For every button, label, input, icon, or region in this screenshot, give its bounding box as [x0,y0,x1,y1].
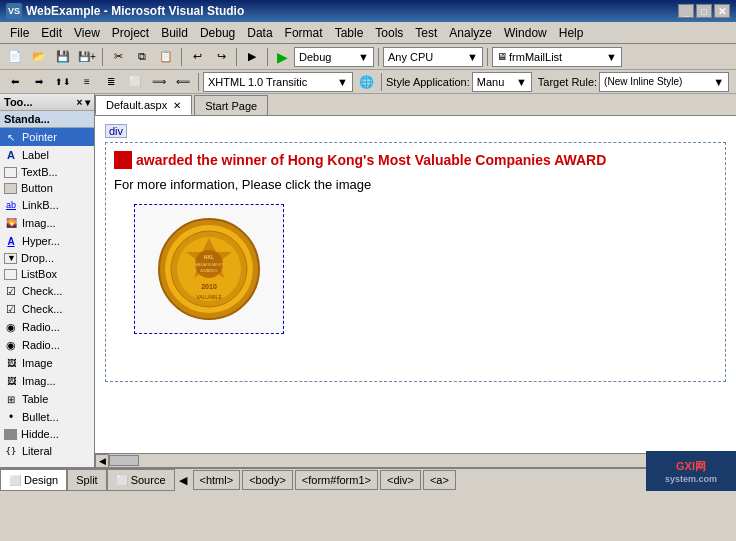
sep6 [487,48,488,66]
save-all-btn[interactable]: 💾+ [76,46,98,68]
tag-div[interactable]: <div> [380,470,421,490]
title-bar: VS WebExample - Microsoft Visual Studio … [0,0,736,22]
toolbox-item-bullet[interactable]: • Bullet... [0,408,94,426]
source-view-btn[interactable]: ⬜ Source [107,469,175,491]
target-rule-dropdown[interactable]: (New Inline Style)▼ [599,72,729,92]
menu-table[interactable]: Table [329,24,370,42]
menu-test[interactable]: Test [409,24,443,42]
menu-edit[interactable]: Edit [35,24,68,42]
menu-data[interactable]: Data [241,24,278,42]
toolbox-item-radio2[interactable]: ◉ Radio... [0,336,94,354]
toolbox-section-standard[interactable]: Standa... [0,111,94,128]
tag-form[interactable]: <form#form1> [295,470,378,490]
menu-tools[interactable]: Tools [369,24,409,42]
style-app-dropdown[interactable]: Manu▼ [472,72,532,92]
toolbox-item-dropdown[interactable]: ▼ Drop... [0,250,94,266]
scroll-left-btn[interactable]: ◀ [95,454,109,468]
close-button[interactable]: ✕ [714,4,730,18]
minimize-button[interactable]: _ [678,4,694,18]
paste-btn[interactable]: 📋 [155,46,177,68]
hidden-icon [4,429,17,440]
toolbox-panel: Too... × ▾ Standa... Pointer A Label Tex… [0,94,95,467]
copy-btn[interactable]: ⧉ [131,46,153,68]
toolbox-item-textbox[interactable]: TextB... [0,164,94,180]
toolbox-item-hidden[interactable]: Hidde... [0,426,94,442]
menu-help[interactable]: Help [553,24,590,42]
xhtml-dropdown[interactable]: XHTML 1.0 Transitic▼ [203,72,353,92]
project-dropdown[interactable]: 🖥 frmMailList ▼ [492,47,622,67]
watermark-line1: GXI网 [665,459,717,474]
toolbox-item-button[interactable]: Button [0,180,94,196]
tb2-globe[interactable]: 🌐 [355,71,377,93]
redo-btn[interactable]: ↪ [210,46,232,68]
toolbox-item-hyperlink[interactable]: A Hyper... [0,232,94,250]
close-tab-icon[interactable]: ✕ [173,100,181,111]
split-view-btn[interactable]: Split [67,469,106,491]
headline-icon [114,151,132,169]
checkbox1-icon: ☑ [4,284,18,298]
tb2-btn1[interactable]: ⬅ [4,71,26,93]
content-subtext: For more information, Please click the i… [114,177,717,192]
toolbox-item-imagemap[interactable]: 🖼 Imag... [0,372,94,390]
menu-build[interactable]: Build [155,24,194,42]
more-btn[interactable]: ▶ [241,46,263,68]
tb2-btn3[interactable]: ⬆⬇ [52,71,74,93]
toolbox-item-imagebutton[interactable]: 🌄 Imag... [0,214,94,232]
scrollbar-track[interactable] [109,454,722,468]
app-icon: VS [6,3,22,19]
toolbox-item-checkbox1[interactable]: ☑ Check... [0,282,94,300]
tab-default-aspx[interactable]: Default.aspx ✕ [95,95,192,115]
design-view-btn[interactable]: ⬜ Design [0,469,67,491]
design-canvas[interactable]: div awarded the winner of Hong Kong's Mo… [95,116,736,453]
tag-html[interactable]: <html> [193,470,241,490]
h-scrollbar[interactable]: ◀ ▶ [95,453,736,467]
undo-btn[interactable]: ↩ [186,46,208,68]
sep3 [236,48,237,66]
run-btn[interactable]: ▶ [272,47,292,67]
dropdown-icon: ▼ [4,253,17,264]
tab-start-page[interactable]: Start Page [194,95,268,115]
toolbox-item-listbox[interactable]: ListBox [0,266,94,282]
tb2-btn4[interactable]: ≡ [76,71,98,93]
tb2-btn8[interactable]: ⟸ [172,71,194,93]
toolbox-item-label[interactable]: A Label [0,146,94,164]
menu-project[interactable]: Project [106,24,155,42]
toolbox-item-radio1[interactable]: ◉ Radio... [0,318,94,336]
cut-btn[interactable]: ✂ [107,46,129,68]
toolbox-item-literal[interactable]: {} Literal [0,442,94,460]
radio2-icon: ◉ [4,338,18,352]
toolbar-secondary: ⬅ ➡ ⬆⬇ ≡ ≣ ⬜ ⟹ ⟸ XHTML 1.0 Transitic▼ 🌐 … [0,70,736,94]
new-btn[interactable]: 📄 [4,46,26,68]
tag-body[interactable]: <body> [242,470,293,490]
toolbox-item-linkbutton[interactable]: ab LinkB... [0,196,94,214]
menu-window[interactable]: Window [498,24,553,42]
menu-file[interactable]: File [4,24,35,42]
tb2-btn2[interactable]: ➡ [28,71,50,93]
linkbutton-icon: ab [4,198,18,212]
debug-config-dropdown[interactable]: Debug▼ [294,47,374,67]
cpu-platform-dropdown[interactable]: Any CPU▼ [383,47,483,67]
button-icon [4,183,17,194]
toolbox-item-image[interactable]: 🖼 Image [0,354,94,372]
scrollbar-thumb[interactable] [109,455,139,466]
menu-debug[interactable]: Debug [194,24,241,42]
imagemap-icon: 🖼 [4,374,18,388]
tb2-btn7[interactable]: ⟹ [148,71,170,93]
save-btn[interactable]: 💾 [52,46,74,68]
status-bar: ⬜ Design Split ⬜ Source ◀ <html> <body> … [0,467,736,491]
tb2-btn5[interactable]: ≣ [100,71,122,93]
open-btn[interactable]: 📂 [28,46,50,68]
style-app-label: Style Application: [386,76,470,88]
menu-format[interactable]: Format [279,24,329,42]
listbox-icon [4,269,17,280]
tag-a[interactable]: <a> [423,470,456,490]
menu-view[interactable]: View [68,24,106,42]
toolbox-item-pointer[interactable]: Pointer [0,128,94,146]
tb2-btn6[interactable]: ⬜ [124,71,146,93]
menu-analyze[interactable]: Analyze [443,24,498,42]
toolbox-item-checkbox2[interactable]: ☑ Check... [0,300,94,318]
toolbox-item-table[interactable]: ⊞ Table [0,390,94,408]
maximize-button[interactable]: □ [696,4,712,18]
label-icon: A [4,148,18,162]
image-container[interactable]: HKL MANAGEMENT AWARDS 2010 VALUABLE [134,204,284,334]
